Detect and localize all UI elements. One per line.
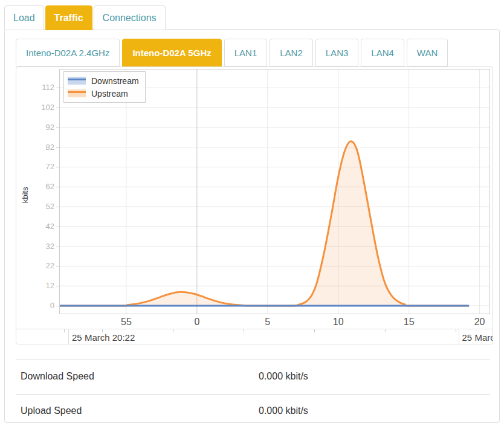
y-tick-label: 0: [30, 301, 54, 310]
traffic-panel: Inteno-D02A 2.4GHz Inteno-D02A 5GHz LAN1…: [4, 29, 500, 423]
legend-swatch: [68, 77, 86, 85]
x-tick-label: 15: [396, 317, 422, 327]
tab-load[interactable]: Load: [4, 5, 44, 30]
upload-speed-value: 0.000 kbit/s: [259, 405, 308, 416]
y-tick-label: 32: [30, 242, 54, 251]
tab-traffic[interactable]: Traffic: [45, 5, 92, 30]
date-divider: [459, 329, 459, 344]
date-tick-mark: [385, 329, 386, 332]
chart-legend: DownstreamUpstream: [63, 71, 146, 103]
x-tick-label: 20: [467, 317, 493, 327]
table-row: Upload Speed 0.000 kbit/s: [16, 394, 490, 426]
subtab-wan[interactable]: WAN: [407, 39, 448, 66]
y-tick-label: 102: [30, 103, 54, 112]
x-tick-label: 0: [184, 317, 210, 327]
legend-label: Downstream: [91, 76, 139, 86]
y-tick-label: 112: [30, 83, 54, 92]
subtab-inteno-d02a-24ghz[interactable]: Inteno-D02A 2.4GHz: [16, 39, 120, 66]
y-tick-label: 62: [30, 182, 54, 191]
speed-table: Download Speed 0.000 kbit/s Upload Speed…: [16, 360, 490, 426]
table-row: Download Speed 0.000 kbit/s: [16, 360, 490, 394]
date-label-right: 25 Marc: [462, 332, 493, 343]
download-speed-label: Download Speed: [21, 371, 94, 382]
date-tick-mark: [456, 329, 456, 332]
x-tick-label: 10: [325, 317, 352, 327]
download-speed-value: 0.000 kbit/s: [259, 371, 308, 382]
traffic-chart-widget: kbits 0122232425262728292102112 Downstre…: [16, 66, 493, 344]
date-label-left: 25 March 20:22: [72, 332, 135, 343]
y-tick-label: 92: [30, 123, 54, 132]
top-tab-bar: Load Traffic Connections: [4, 5, 167, 30]
subtab-inteno-d02a-5ghz[interactable]: Inteno-D02A 5GHz: [122, 39, 221, 66]
y-tick-label: 12: [30, 281, 54, 290]
y-tick-label: 22: [30, 261, 54, 270]
tab-connections[interactable]: Connections: [94, 5, 166, 30]
y-tick-label: 82: [30, 143, 54, 152]
subtab-lan1[interactable]: LAN1: [224, 39, 268, 66]
interface-tab-bar: Inteno-D02A 2.4GHz Inteno-D02A 5GHz LAN1…: [16, 39, 450, 66]
x-tick-label: 55: [113, 317, 140, 327]
upload-speed-label: Upload Speed: [21, 405, 82, 416]
date-tick-mark: [64, 329, 65, 332]
date-tick-mark: [173, 329, 173, 332]
x-tick-label: 5: [254, 317, 281, 327]
date-divider: [68, 329, 69, 344]
traffic-chart: [60, 69, 489, 314]
plot-area: [59, 69, 490, 314]
x-axis-dates: 25 March 20:2225 Marc: [16, 329, 493, 344]
date-tick-mark: [244, 329, 244, 332]
y-tick-label: 72: [30, 162, 54, 171]
legend-swatch: [68, 89, 86, 97]
legend-item: Downstream: [68, 74, 139, 87]
subtab-lan2[interactable]: LAN2: [270, 39, 313, 66]
y-tick-label: 52: [30, 202, 54, 211]
subtab-lan4[interactable]: LAN4: [361, 39, 404, 66]
subtab-lan3[interactable]: LAN3: [315, 39, 359, 66]
y-axis-title: kbits: [21, 187, 30, 203]
y-tick-label: 42: [30, 222, 54, 231]
date-tick-mark: [314, 329, 315, 332]
legend-label: Upstream: [91, 89, 128, 98]
legend-item: Upstream: [68, 87, 139, 100]
